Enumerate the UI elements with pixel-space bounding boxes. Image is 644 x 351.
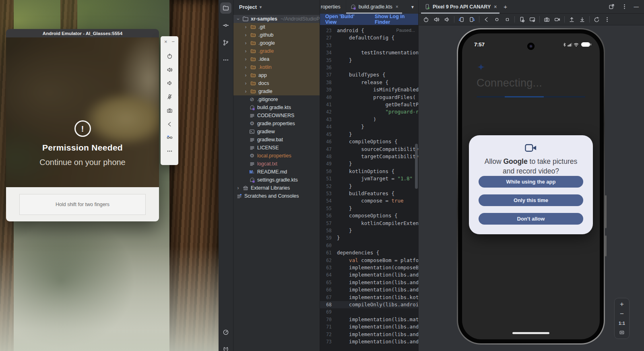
commit-tool-icon[interactable] bbox=[220, 20, 231, 31]
code-line-42[interactable]: 42 "proguard-ru bbox=[320, 108, 418, 116]
more-dots-icon[interactable] bbox=[166, 148, 173, 155]
project-panel-title[interactable]: Project bbox=[239, 4, 257, 10]
code-line-50[interactable]: 50 kotlinOptions { bbox=[320, 168, 418, 175]
while-using-app-button[interactable]: While using the app bbox=[479, 176, 583, 188]
phone-screen[interactable]: 7:57 Connecting... bbox=[462, 33, 600, 339]
code-line-41[interactable]: 41 getDefaultPr bbox=[320, 101, 418, 108]
kebab-icon[interactable] bbox=[604, 16, 611, 23]
code-line-47[interactable]: 47 sourceCompatibility bbox=[320, 146, 418, 153]
tree-item-build-gradle-kts[interactable]: build.gradle.kts bbox=[233, 103, 320, 111]
open-in-window-icon[interactable] bbox=[608, 3, 615, 10]
code-line-71[interactable]: 71 implementation(libs.andr bbox=[320, 323, 418, 330]
code-line-61[interactable]: 61dependencies { bbox=[320, 249, 418, 256]
code-line-49[interactable]: 49 } bbox=[320, 160, 418, 167]
video-icon[interactable] bbox=[554, 16, 561, 23]
tree-item--git[interactable]: ›.git bbox=[233, 23, 320, 31]
new-device-tab-button[interactable]: + bbox=[500, 3, 511, 10]
tree-item-license[interactable]: LICENSE bbox=[233, 144, 320, 152]
code-line-53[interactable]: 53 buildFeatures { bbox=[320, 190, 418, 197]
project-tool-icon[interactable] bbox=[220, 2, 231, 14]
expand-icon[interactable]: › bbox=[244, 41, 248, 45]
code-line-69[interactable]: 69 bbox=[320, 308, 418, 316]
tree-item--gitignore[interactable]: ⊘.gitignore bbox=[233, 95, 320, 103]
code-line-44[interactable]: 44 } bbox=[320, 123, 418, 130]
code-line-73[interactable]: 73 implementation(libs.andr bbox=[320, 338, 418, 345]
tree-item-xr-samples[interactable]: ›xr-samples~/AndroidStudioProje bbox=[233, 15, 320, 23]
close-icon[interactable]: × bbox=[164, 39, 167, 44]
code-line-55[interactable]: 55 } bbox=[320, 205, 418, 212]
code-line-39[interactable]: 39 isMinifyEnabled bbox=[320, 86, 418, 93]
minimize-icon[interactable]: − bbox=[172, 39, 175, 44]
editor-scrollbar[interactable] bbox=[415, 144, 418, 189]
code-line-34[interactable]: 34 testInstrumentationR bbox=[320, 49, 418, 56]
home-icon[interactable] bbox=[493, 16, 500, 23]
zoom-reset-button[interactable]: 1:1 bbox=[619, 321, 625, 326]
code-line-72[interactable]: 72 implementation(libs.andr bbox=[320, 331, 418, 338]
rotate-right-icon[interactable] bbox=[469, 16, 475, 23]
more-tools-icon[interactable] bbox=[220, 54, 231, 66]
code-line-45[interactable]: 45 } bbox=[320, 131, 418, 138]
power-icon[interactable] bbox=[423, 16, 429, 23]
glasses-icon[interactable] bbox=[166, 134, 173, 141]
expand-icon[interactable]: › bbox=[244, 57, 248, 62]
tree-item-local-properties[interactable]: ⚙local.properties bbox=[233, 152, 320, 160]
device-settings-icon[interactable] bbox=[518, 16, 525, 23]
expand-icon[interactable]: › bbox=[244, 49, 248, 54]
branches-tool-icon[interactable] bbox=[220, 37, 231, 48]
code-line-59[interactable]: 59} bbox=[320, 234, 418, 242]
power-icon[interactable] bbox=[166, 53, 173, 60]
vol-down-icon[interactable] bbox=[444, 16, 450, 23]
tab-gradle-properties[interactable]: roperties bbox=[320, 0, 346, 14]
back-icon[interactable] bbox=[166, 121, 173, 128]
emulator-screen[interactable]: ! Permission Needed Continue on your pho… bbox=[6, 37, 159, 187]
emulator-title-bar[interactable]: Android Emulator - AI_Glasses:5554 bbox=[6, 29, 159, 37]
tree-item-app[interactable]: ›app bbox=[233, 71, 320, 79]
code-editor[interactable]: Paused... 23android {27 defaultConfig {3… bbox=[320, 25, 418, 351]
code-line-33[interactable]: 33 bbox=[320, 42, 418, 49]
expand-icon[interactable]: › bbox=[244, 73, 248, 78]
tree-item-logcat-txt[interactable]: logcat.txt bbox=[233, 160, 320, 168]
tree-item-codeowners[interactable]: CODEOWNERS bbox=[233, 111, 320, 120]
code-line-48[interactable]: 48 targetCompatibility bbox=[320, 153, 418, 160]
expand-icon[interactable]: › bbox=[244, 25, 248, 29]
tree-item-external-libraries[interactable]: ›External Libraries bbox=[233, 184, 320, 192]
code-line-68[interactable]: 68 compileOnly(libs.android bbox=[320, 301, 418, 308]
show-log-link[interactable]: Show Log in Finder bbox=[375, 14, 418, 25]
tree-item-scratches-and-consoles[interactable]: Scratches and Consoles bbox=[233, 192, 320, 200]
tree-item-gradle[interactable]: ›gradle bbox=[233, 87, 320, 95]
tree-item--google[interactable]: ›.google bbox=[233, 39, 320, 47]
code-line-43[interactable]: 43 ) bbox=[320, 116, 418, 123]
code-line-36[interactable]: 36 bbox=[320, 64, 418, 71]
vol-up-icon[interactable] bbox=[166, 66, 173, 73]
expand-icon[interactable]: › bbox=[244, 65, 248, 70]
code-line-37[interactable]: 37 buildTypes { bbox=[320, 71, 418, 78]
back-icon[interactable] bbox=[483, 16, 490, 23]
code-line-46[interactable]: 46 compileOptions { bbox=[320, 138, 418, 145]
chevron-down-icon[interactable]: ▾ bbox=[260, 5, 262, 9]
tree-item-gradlew[interactable]: gradlew bbox=[233, 128, 320, 136]
hidden-tabs-chevron-icon[interactable]: ▼ bbox=[407, 5, 418, 9]
logcat-tool-icon[interactable] bbox=[220, 344, 231, 351]
device-frame-toggle-icon[interactable] bbox=[619, 330, 625, 335]
code-line-66[interactable]: 66 implementation(libs.andr bbox=[320, 286, 418, 293]
code-line-27[interactable]: 27 defaultConfig { bbox=[320, 34, 418, 41]
code-line-58[interactable]: 58 } bbox=[320, 227, 418, 234]
code-line-38[interactable]: 38 release { bbox=[320, 79, 418, 86]
code-line-40[interactable]: 40 proguardFiles( bbox=[320, 94, 418, 101]
code-line-70[interactable]: 70 implementation(libs.mate bbox=[320, 316, 418, 323]
expand-icon[interactable]: › bbox=[236, 17, 240, 21]
restart-icon[interactable] bbox=[593, 16, 600, 23]
open-build-view-link[interactable]: Open 'Build' View bbox=[325, 14, 364, 25]
vol-up-icon[interactable] bbox=[433, 16, 440, 23]
expand-icon[interactable]: › bbox=[244, 89, 248, 94]
code-line-63[interactable]: 63 implementation(composeBo bbox=[320, 264, 418, 271]
mic-off-icon[interactable] bbox=[166, 93, 173, 100]
code-line-64[interactable]: 64 implementation(libs.andr bbox=[320, 271, 418, 279]
tree-item--idea[interactable]: ›.idea bbox=[233, 55, 320, 63]
zoom-in-button[interactable]: + bbox=[620, 301, 624, 307]
code-line-67[interactable]: 67 implementation(libs.kotl bbox=[320, 294, 418, 301]
camera-icon[interactable] bbox=[543, 16, 550, 23]
hide-panel-icon[interactable]: — bbox=[634, 4, 639, 10]
vol-down-icon[interactable] bbox=[166, 80, 173, 87]
close-tab-icon[interactable]: × bbox=[396, 4, 398, 10]
